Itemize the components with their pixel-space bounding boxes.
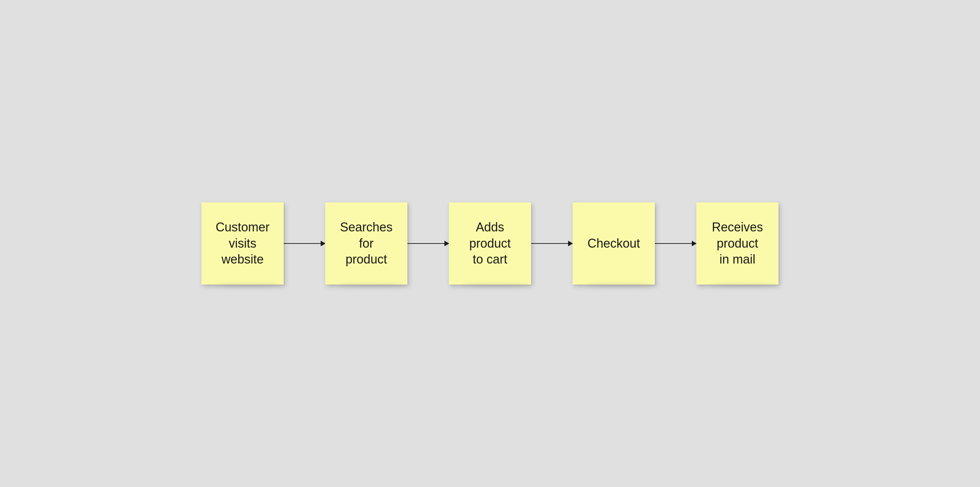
arrow-1 bbox=[284, 243, 325, 244]
node-label: Adds product to cart bbox=[469, 219, 511, 268]
node-receives-product[interactable]: Receives product in mail bbox=[696, 202, 778, 285]
node-customer-visits[interactable]: Customer visits website bbox=[202, 202, 284, 285]
node-label: Checkout bbox=[587, 236, 640, 252]
node-label: Customer visits website bbox=[216, 219, 269, 268]
node-label: Searches for product bbox=[340, 219, 393, 268]
node-label: Receives product in mail bbox=[712, 219, 763, 268]
arrow-2 bbox=[407, 243, 449, 244]
flow-diagram: Customer visits website Searches for pro… bbox=[202, 202, 778, 285]
node-checkout[interactable]: Checkout bbox=[573, 202, 655, 285]
node-adds-to-cart[interactable]: Adds product to cart bbox=[449, 202, 531, 285]
node-searches-product[interactable]: Searches for product bbox=[325, 202, 407, 285]
arrow-4 bbox=[655, 243, 696, 244]
arrow-3 bbox=[531, 243, 573, 244]
